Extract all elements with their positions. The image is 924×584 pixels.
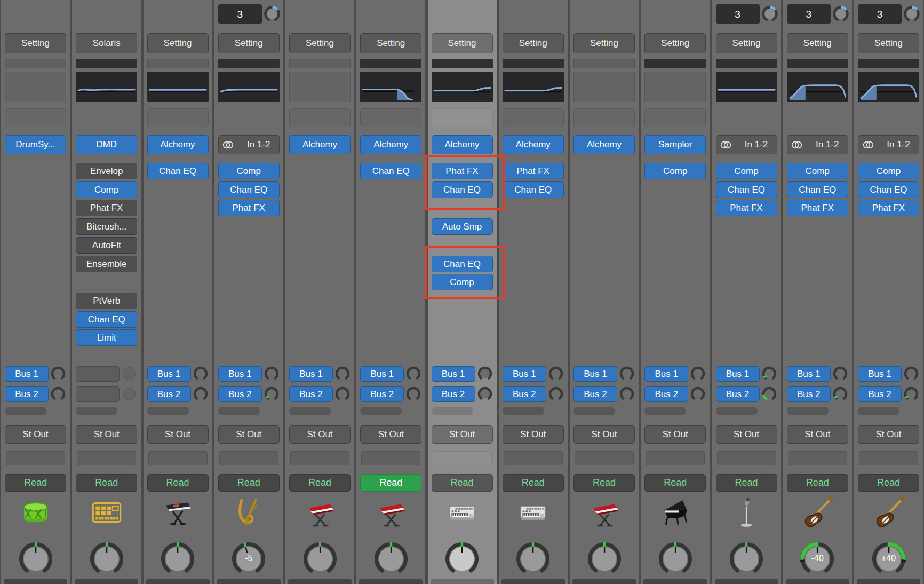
send-bus2-knob[interactable] xyxy=(405,386,421,402)
instrument-input-button[interactable]: DrumSy... xyxy=(5,135,66,154)
input-slot[interactable]: In 1-2 xyxy=(218,135,280,154)
plugin-slot[interactable]: Limit xyxy=(76,329,137,346)
automation-slot[interactable]: Read xyxy=(858,474,919,492)
send-bus2-knob[interactable] xyxy=(193,386,209,402)
send-bus1-knob[interactable] xyxy=(193,366,209,382)
send-bus1-knob[interactable] xyxy=(832,366,848,382)
group-slot-empty[interactable] xyxy=(148,451,208,465)
instrument-input-button[interactable]: Alchemy xyxy=(360,135,421,154)
track-icon-keyboard-workstation[interactable] xyxy=(160,495,195,532)
pan-knob[interactable] xyxy=(88,540,125,578)
setting-button[interactable]: Setting xyxy=(5,33,66,53)
audio-input-button[interactable]: In 1-2 xyxy=(218,135,280,154)
plugin-slot[interactable]: Chan EQ xyxy=(76,311,137,328)
track-icon-red-keyboard[interactable] xyxy=(587,495,622,532)
eq-thumbnail-empty[interactable] xyxy=(289,72,351,102)
output-button[interactable]: St Out xyxy=(858,425,919,444)
automation-slot[interactable]: Read xyxy=(716,474,777,492)
plugin-slot[interactable]: Phat FX xyxy=(76,200,137,216)
setting-button[interactable]: Setting xyxy=(360,33,421,53)
send-bus2-knob[interactable] xyxy=(334,386,351,402)
instrument-input-button[interactable]: DMD xyxy=(76,135,137,154)
midi-fx-slot-empty[interactable] xyxy=(432,108,493,127)
send-bus1-knob[interactable] xyxy=(264,366,280,382)
setting-slot[interactable]: Setting xyxy=(716,33,777,53)
eq-thumbnail[interactable] xyxy=(147,72,209,102)
setting-slot[interactable]: Setting xyxy=(360,33,421,53)
plugin-slot[interactable]: AutoFlt xyxy=(76,237,137,254)
send-bus1-button[interactable]: Bus 1 xyxy=(432,366,475,382)
send-bus2-slot[interactable]: Bus 2 xyxy=(787,386,831,402)
send-bus2-slot[interactable]: Bus 2 xyxy=(644,386,688,402)
eq-thumbnail[interactable] xyxy=(218,72,280,102)
output-button[interactable]: St Out xyxy=(218,425,280,444)
send-bus2-button[interactable]: Bus 2 xyxy=(218,386,262,402)
send-bus1-slot[interactable]: Bus 1 xyxy=(360,366,404,382)
setting-button[interactable]: Setting xyxy=(218,33,280,53)
plugin-phat-fx[interactable]: Phat FX xyxy=(503,163,564,179)
midi-fx-slot-empty[interactable] xyxy=(360,108,421,127)
input-slot[interactable]: Alchemy xyxy=(432,135,493,154)
input-slot[interactable]: Alchemy xyxy=(147,135,209,154)
output-button[interactable]: St Out xyxy=(5,425,66,444)
send-bus2-slot[interactable]: Bus 2 xyxy=(858,386,902,402)
plugin-chan-eq[interactable]: Chan EQ xyxy=(147,163,209,179)
instrument-input-button[interactable]: Alchemy xyxy=(147,135,209,154)
setting-slot[interactable]: Setting xyxy=(5,33,66,53)
input-slot[interactable]: Alchemy xyxy=(503,135,564,154)
audio-input-button[interactable]: In 1-2 xyxy=(858,135,919,154)
plugin-slot[interactable]: Comp xyxy=(644,163,706,179)
setting-button[interactable]: Setting xyxy=(644,33,706,53)
setting-slot[interactable]: Setting xyxy=(147,33,209,53)
send-count-box[interactable]: 3 xyxy=(787,4,831,24)
automation-slot[interactable]: Read xyxy=(644,474,706,492)
track-icon-grand-piano[interactable] xyxy=(658,495,693,532)
automation-read-button[interactable]: Read xyxy=(432,474,493,492)
send-bus2-knob[interactable] xyxy=(903,386,919,402)
send-bus1-knob[interactable] xyxy=(619,366,635,382)
setting-slot[interactable]: Setting xyxy=(289,33,351,53)
eq-thumbnail[interactable] xyxy=(787,72,848,102)
plugin-slot[interactable]: Phat FX xyxy=(787,200,848,216)
pan-knob[interactable] xyxy=(728,540,765,578)
instrument-input-button[interactable]: Alchemy xyxy=(503,135,564,154)
top-send-knob[interactable] xyxy=(832,5,850,23)
send-bus2-knob[interactable] xyxy=(50,386,66,402)
eq-thumbnail[interactable] xyxy=(76,72,137,102)
top-send-knob[interactable] xyxy=(761,5,779,23)
midi-fx-slot-empty[interactable] xyxy=(503,108,564,127)
output-slot[interactable]: St Out xyxy=(289,425,351,444)
midi-fx-slot-empty[interactable] xyxy=(147,108,209,127)
send-bus1-button[interactable]: Bus 1 xyxy=(218,366,262,382)
midi-fx-slot-empty[interactable] xyxy=(644,108,706,127)
output-slot[interactable]: St Out xyxy=(147,425,209,444)
plugin-slot[interactable]: Chan EQ xyxy=(858,181,919,198)
plugin-chan-eq[interactable]: Chan EQ xyxy=(787,181,848,198)
send-bus2-slot[interactable]: Bus 2 xyxy=(5,386,49,402)
group-slot-empty[interactable] xyxy=(575,451,634,465)
plugin-chan-eq[interactable]: Chan EQ xyxy=(76,311,137,328)
output-button[interactable]: St Out xyxy=(147,425,209,444)
plugin-slot[interactable]: Envelop xyxy=(76,163,137,179)
pan-knob[interactable]: +40 xyxy=(870,540,907,578)
plugin-chan-eq[interactable]: Chan EQ xyxy=(858,181,919,198)
input-slot[interactable]: In 1-2 xyxy=(716,135,777,154)
plugin-phat-fx[interactable]: Phat FX xyxy=(787,200,848,216)
group-slot-empty[interactable] xyxy=(6,451,65,465)
setting-button[interactable]: Setting xyxy=(432,33,493,53)
send-bus1-button[interactable]: Bus 1 xyxy=(644,366,688,382)
track-icon-red-keyboard[interactable] xyxy=(302,495,338,532)
send-bus2-knob[interactable] xyxy=(548,386,564,402)
send-bus1-button[interactable]: Bus 1 xyxy=(503,366,546,382)
send-bus2-button[interactable]: Bus 2 xyxy=(716,386,760,402)
send-bus1-button[interactable]: Bus 1 xyxy=(147,366,191,382)
output-button[interactable]: St Out xyxy=(716,425,777,444)
automation-slot[interactable]: Read xyxy=(432,474,493,492)
pan-knob[interactable]: -5 xyxy=(230,540,267,578)
setting-button[interactable]: Setting xyxy=(716,33,777,53)
audio-input-button[interactable]: In 1-2 xyxy=(716,135,777,154)
input-slot[interactable]: DMD xyxy=(76,135,137,154)
pan-knob[interactable] xyxy=(514,540,552,578)
eq-thumbnail-empty[interactable] xyxy=(5,72,66,102)
send-bus1-knob[interactable] xyxy=(477,366,493,382)
